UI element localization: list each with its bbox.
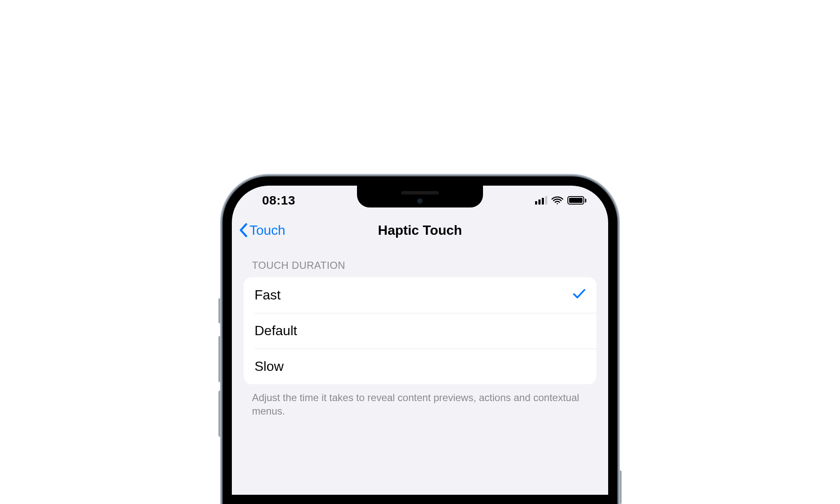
section-footer: Adjust the time it takes to reveal conte… bbox=[244, 384, 596, 418]
screen: 08:13 bbox=[232, 186, 608, 495]
touch-duration-group: Fast Default Slow bbox=[244, 277, 596, 384]
option-default[interactable]: Default bbox=[244, 313, 596, 349]
back-button[interactable]: Touch bbox=[239, 223, 285, 238]
option-slow[interactable]: Slow bbox=[244, 349, 596, 384]
earpiece bbox=[401, 191, 439, 194]
option-label: Slow bbox=[255, 359, 284, 374]
battery-icon bbox=[567, 196, 586, 205]
front-camera bbox=[417, 198, 423, 204]
phone-frame: 08:13 bbox=[223, 176, 617, 504]
status-time: 08:13 bbox=[262, 193, 295, 207]
option-label: Fast bbox=[255, 287, 281, 303]
page-title: Haptic Touch bbox=[378, 223, 462, 238]
option-label: Default bbox=[255, 323, 297, 339]
mute-switch bbox=[218, 298, 222, 323]
section-header: TOUCH DURATION bbox=[244, 260, 596, 277]
power-button bbox=[618, 470, 622, 504]
back-label: Touch bbox=[249, 223, 285, 238]
status-indicators bbox=[535, 196, 586, 205]
navigation-bar: Touch Haptic Touch bbox=[232, 215, 608, 245]
content: TOUCH DURATION Fast Default bbox=[232, 245, 608, 418]
option-fast[interactable]: Fast bbox=[244, 277, 596, 313]
volume-up-button bbox=[218, 336, 222, 382]
cellular-icon bbox=[535, 196, 547, 205]
volume-down-button bbox=[218, 391, 222, 437]
checkmark-icon bbox=[573, 287, 585, 303]
wifi-icon bbox=[551, 196, 563, 205]
notch bbox=[357, 186, 483, 207]
chevron-left-icon bbox=[239, 223, 248, 237]
phone-body: 08:13 bbox=[223, 176, 617, 504]
